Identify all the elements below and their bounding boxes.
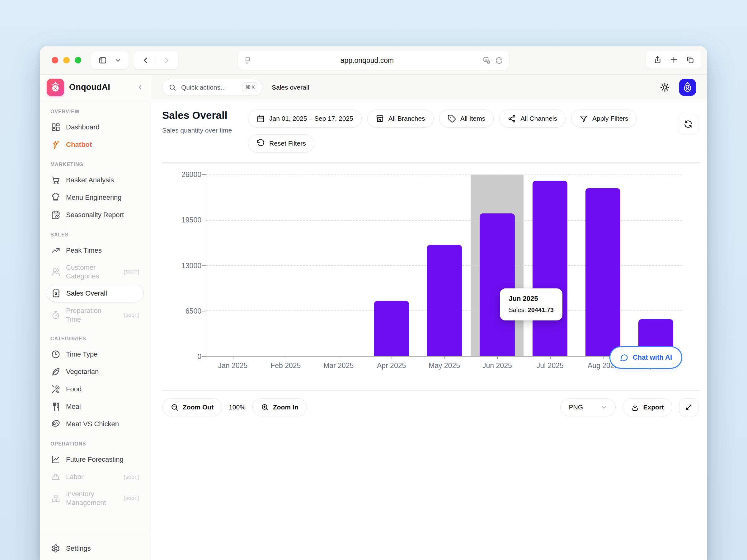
leaf-icon [51, 367, 60, 376]
sidebar-item-label: Sales Overall [66, 289, 139, 298]
avatar[interactable] [679, 79, 696, 96]
share-icon[interactable] [652, 56, 664, 64]
x-axis-tick [603, 356, 603, 359]
users-icon [51, 267, 60, 276]
date-range-label: Jan 01, 2025 – Sep 17, 2025 [269, 115, 353, 122]
x-axis-tick [286, 356, 286, 359]
zoom-out-button[interactable]: Zoom Out [162, 398, 222, 416]
sidebar: OnqoudAI OVERVIEWDashboardChatbotMARKETI… [40, 75, 151, 560]
new-tab-icon[interactable] [668, 56, 680, 64]
quick-actions-search[interactable]: Quick actions... ⌘ K [162, 79, 262, 96]
page-subtitle: Sales quantity over time [162, 126, 234, 135]
sidebar-item-label: Menu Engineering [66, 193, 139, 202]
hard-hat-icon [51, 472, 60, 482]
sidebar-toggle-icon[interactable] [97, 56, 109, 64]
search-placeholder: Quick actions... [181, 84, 226, 91]
reset-filters-button[interactable]: Reset Filters [248, 134, 314, 153]
sidebar-item-sales-overall[interactable]: $Sales Overall [47, 285, 144, 302]
date-range-filter[interactable]: Jan 01, 2025 – Sep 17, 2025 [248, 109, 362, 128]
items-filter[interactable]: All Items [439, 109, 494, 128]
zoom-in-label: Zoom In [273, 403, 299, 411]
x-axis-tick [550, 356, 550, 359]
sidebar-item-customer-categories[interactable]: Customer Categories(soon) [47, 260, 144, 284]
channels-filter[interactable]: All Channels [499, 109, 566, 128]
chat-with-ai-button[interactable]: Chat with AI [610, 346, 682, 369]
zoom-out-icon [171, 403, 179, 411]
x-axis-label: Apr 2025 [377, 362, 406, 370]
download-icon [631, 403, 639, 411]
refresh-chart-button[interactable] [678, 114, 698, 134]
sidebar-item-dashboard[interactable]: Dashboard [47, 119, 144, 136]
category-slot-mar-2025: Mar 2025 [312, 175, 365, 356]
sidebar-item-labor[interactable]: Labor(soon) [47, 469, 144, 485]
x-axis-label: May 2025 [429, 362, 460, 370]
fullscreen-button[interactable] [679, 398, 698, 416]
back-icon[interactable] [140, 56, 152, 64]
x-axis-label: Jul 2025 [537, 362, 564, 370]
forward-icon[interactable] [161, 56, 173, 64]
x-axis-tick [497, 356, 498, 359]
dashboard-icon [51, 123, 60, 132]
sidebar-item-vegetarian[interactable]: Vegetarian [47, 364, 144, 380]
beef-icon [51, 419, 60, 429]
bar-jun-2025[interactable] [480, 213, 515, 356]
sidebar-item-future-forecasting[interactable]: Future Forecasting [47, 451, 144, 468]
sidebar-item-preparation-time[interactable]: Preparation Time(soon) [47, 303, 144, 327]
browser-actions [646, 51, 701, 69]
bar-may-2025[interactable] [427, 245, 462, 356]
zoom-window-button[interactable] [75, 57, 81, 63]
sidebar-item-meal[interactable]: Meal [47, 398, 144, 415]
sidebar-item-label: Customer Categories [66, 263, 118, 280]
reload-icon[interactable] [495, 57, 503, 64]
chart-plot-area[interactable]: Jan 2025Feb 2025Mar 2025Apr 2025May 2025… [206, 175, 682, 356]
close-window-button[interactable] [52, 57, 58, 63]
bar-jul-2025[interactable] [533, 181, 567, 356]
export-format-select[interactable]: PNG [560, 398, 616, 416]
timer-icon [51, 311, 60, 320]
sidebar-item-seasonality-report[interactable]: Seasonality Report [47, 207, 144, 223]
category-slot-jan-2025: Jan 2025 [206, 175, 259, 356]
chevron-down-icon [600, 404, 607, 411]
sidebar-item-label: Dashboard [66, 123, 139, 132]
translate-icon[interactable]: A文 [483, 56, 491, 64]
url-text[interactable]: app.onqoud.com [252, 56, 483, 65]
calendar-clock-icon [51, 210, 60, 220]
nav-buttons [134, 51, 178, 70]
apply-filters-button[interactable]: Apply Filters [571, 109, 637, 128]
sidebar-item-food[interactable]: Food [47, 381, 144, 398]
category-slot-may-2025: May 2025 [418, 175, 471, 356]
tag-icon [447, 114, 456, 123]
sidebar-item-chatbot[interactable]: Chatbot [47, 136, 144, 153]
sidebar-item-menu-engineering[interactable]: Menu Engineering [47, 189, 144, 206]
sidebar-item-label: Meal [66, 402, 139, 411]
address-bar[interactable]: app.onqoud.com A文 [238, 51, 509, 70]
export-button[interactable]: Export [622, 398, 672, 416]
sidebar-item-time-type[interactable]: Time Type [47, 346, 144, 363]
branches-filter[interactable]: All Branches [367, 109, 434, 128]
trending-up-icon [51, 246, 60, 255]
sidebar-item-inventory-management[interactable]: Inventory Management(soon) [47, 486, 144, 510]
tabs-overview-icon[interactable] [684, 56, 696, 64]
sidebar-collapse-icon[interactable] [136, 84, 144, 91]
x-axis-tick [233, 356, 233, 359]
sidebar-section-title: OPERATIONS [50, 441, 140, 447]
zoom-in-button[interactable]: Zoom In [252, 398, 307, 416]
sales-chart: Jan 2025Feb 2025Mar 2025Apr 2025May 2025… [162, 163, 695, 369]
minimize-window-button[interactable] [63, 57, 70, 63]
sidebar-item-logout[interactable]: Logout [47, 558, 144, 560]
y-axis-tick [202, 356, 206, 357]
bar-apr-2025[interactable] [374, 301, 409, 356]
theme-toggle-sun-icon[interactable] [660, 82, 670, 92]
sidebar-item-settings[interactable]: Settings [47, 540, 144, 557]
bar-aug-2025[interactable] [586, 188, 620, 356]
svg-text:A: A [485, 58, 487, 61]
reset-filters-label: Reset Filters [269, 140, 306, 147]
sidebar-item-basket-analysis[interactable]: Basket Analysis [47, 172, 144, 189]
page-reader-icon[interactable] [244, 57, 252, 64]
sidebar-item-peak-times[interactable]: Peak Times [47, 242, 144, 259]
sidebar-item-label: Vegetarian [66, 367, 139, 376]
header-divider [162, 162, 700, 163]
chevron-down-icon[interactable] [113, 57, 123, 63]
sidebar-item-meat-vs-chicken[interactable]: Meat VS Chicken [47, 416, 144, 432]
soon-badge: (soon) [124, 312, 139, 318]
